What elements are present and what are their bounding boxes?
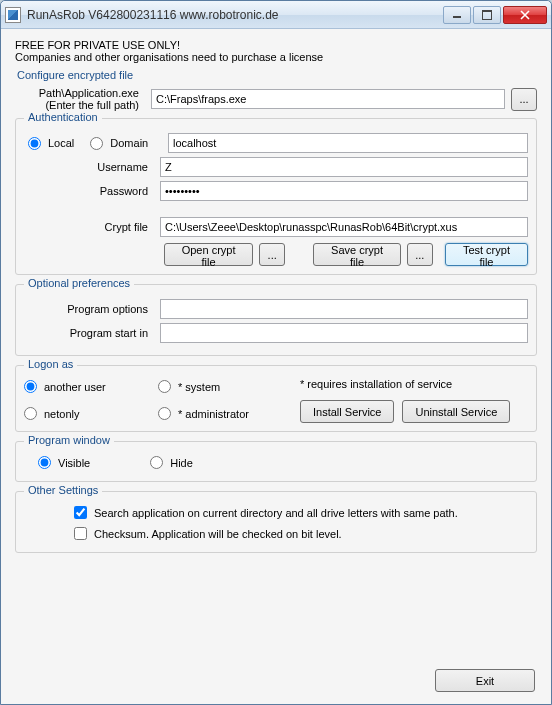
hide-text: Hide <box>170 457 193 469</box>
program-startin-row: Program start in <box>24 323 528 343</box>
program-startin-input[interactable] <box>160 323 528 343</box>
host-input[interactable] <box>168 133 528 153</box>
visible-radio-label[interactable]: Visible <box>38 456 90 469</box>
crypt-buttons-row: Open crypt file ... Save crypt file ... … <box>164 243 528 266</box>
save-crypt-button[interactable]: Save crypt file <box>313 243 401 266</box>
search-checkbox-label[interactable]: Search application on current directory … <box>74 506 528 519</box>
cryptfile-input[interactable] <box>160 217 528 237</box>
footer: Exit <box>15 663 537 694</box>
local-radio[interactable] <box>28 137 41 150</box>
domain-radio-label[interactable]: Domain <box>90 137 148 150</box>
path-browse-button[interactable]: ... <box>511 88 537 111</box>
netonly-radio[interactable] <box>24 407 37 420</box>
another-user-radio-label[interactable]: another user <box>24 380 144 393</box>
authentication-legend: Authentication <box>24 111 102 123</box>
checksum-checkbox-label[interactable]: Checksum. Application will be checked on… <box>74 527 528 540</box>
test-crypt-button[interactable]: Test crypt file <box>445 243 528 266</box>
another-user-radio[interactable] <box>24 380 37 393</box>
progwin-row: Visible Hide <box>24 456 528 469</box>
administrator-text: * administrator <box>178 408 249 420</box>
password-row: Password <box>24 181 528 201</box>
visible-text: Visible <box>58 457 90 469</box>
hide-radio-label[interactable]: Hide <box>150 456 193 469</box>
open-crypt-button[interactable]: Open crypt file <box>164 243 253 266</box>
netonly-radio-label[interactable]: netonly <box>24 407 144 420</box>
save-crypt-browse-button[interactable]: ... <box>407 243 433 266</box>
system-radio[interactable] <box>158 380 171 393</box>
hide-radio[interactable] <box>150 456 163 469</box>
title-bar: RunAsRob V642800231116 www.robotronic.de <box>1 1 551 29</box>
maximize-button[interactable] <box>473 6 501 24</box>
logon-col2: * system * administrator <box>158 376 278 423</box>
optional-legend: Optional preferences <box>24 277 134 289</box>
configure-section-label: Configure encrypted file <box>17 69 537 81</box>
search-text: Search application on current directory … <box>94 507 458 519</box>
checksum-text: Checksum. Application will be checked on… <box>94 528 342 540</box>
local-radio-label[interactable]: Local <box>28 137 74 150</box>
optional-group: Optional preferences Program options Pro… <box>15 284 537 356</box>
content-area: FREE FOR PRIVATE USE ONLY! Companies and… <box>1 29 551 704</box>
program-options-row: Program options <box>24 299 528 319</box>
uninstall-service-button[interactable]: Uninstall Service <box>402 400 510 423</box>
window-title: RunAsRob V642800231116 www.robotronic.de <box>27 8 443 22</box>
auth-mode-row: Local Domain <box>24 133 528 153</box>
password-label: Password <box>24 185 154 197</box>
program-window-group: Program window Visible Hide <box>15 441 537 482</box>
service-note: * requires installation of service <box>300 378 524 390</box>
other-settings-legend: Other Settings <box>24 484 102 496</box>
path-label-line2: (Enter the full path) <box>45 99 139 111</box>
username-label: Username <box>24 161 154 173</box>
domain-radio[interactable] <box>90 137 103 150</box>
open-crypt-browse-button[interactable]: ... <box>259 243 285 266</box>
program-options-label: Program options <box>24 303 154 315</box>
domain-radio-text: Domain <box>110 137 148 149</box>
password-input[interactable] <box>160 181 528 201</box>
system-radio-label[interactable]: * system <box>158 380 278 393</box>
logon-legend: Logon as <box>24 358 77 370</box>
close-button[interactable] <box>503 6 547 24</box>
username-row: Username <box>24 157 528 177</box>
other-checks: Search application on current directory … <box>24 502 528 544</box>
visible-radio[interactable] <box>38 456 51 469</box>
username-input[interactable] <box>160 157 528 177</box>
logon-col1: another user netonly <box>24 376 144 423</box>
install-service-button[interactable]: Install Service <box>300 400 394 423</box>
exit-button[interactable]: Exit <box>435 669 535 692</box>
authentication-group: Authentication Local Domain Username <box>15 118 537 275</box>
program-options-input[interactable] <box>160 299 528 319</box>
system-text: * system <box>178 381 220 393</box>
program-window-legend: Program window <box>24 434 114 446</box>
administrator-radio-label[interactable]: * administrator <box>158 407 278 420</box>
cryptfile-row: Crypt file <box>24 217 528 237</box>
netonly-text: netonly <box>44 408 79 420</box>
program-startin-label: Program start in <box>24 327 154 339</box>
free-use-notice: FREE FOR PRIVATE USE ONLY! <box>15 39 537 51</box>
logon-group: Logon as another user netonly * syst <box>15 365 537 432</box>
path-label-line1: Path\Application.exe <box>39 87 139 99</box>
path-label: Path\Application.exe (Enter the full pat… <box>15 87 145 111</box>
path-input[interactable] <box>151 89 505 109</box>
search-checkbox[interactable] <box>74 506 87 519</box>
cryptfile-label: Crypt file <box>24 221 154 233</box>
logon-grid: another user netonly * system * administ… <box>24 376 528 423</box>
local-radio-text: Local <box>48 137 74 149</box>
other-settings-group: Other Settings Search application on cur… <box>15 491 537 553</box>
window-buttons <box>443 6 547 24</box>
path-row: Path\Application.exe (Enter the full pat… <box>15 87 537 111</box>
checksum-checkbox[interactable] <box>74 527 87 540</box>
app-window: RunAsRob V642800231116 www.robotronic.de… <box>0 0 552 705</box>
license-notice: Companies and other organisations need t… <box>15 51 537 63</box>
auth-mode-radios: Local Domain <box>24 137 162 150</box>
minimize-button[interactable] <box>443 6 471 24</box>
service-buttons: Install Service Uninstall Service <box>300 400 524 423</box>
app-icon <box>5 7 21 23</box>
another-user-text: another user <box>44 381 106 393</box>
close-icon <box>520 10 530 20</box>
administrator-radio[interactable] <box>158 407 171 420</box>
logon-right: * requires installation of service Insta… <box>292 376 528 423</box>
